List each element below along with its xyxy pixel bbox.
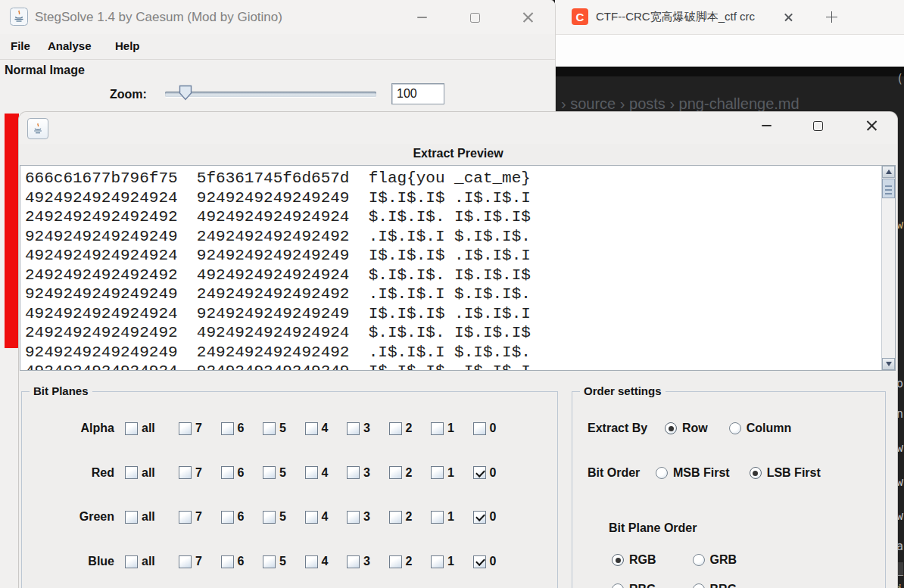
checkbox-red-5[interactable] — [263, 466, 276, 479]
dialog-java-icon-button[interactable] — [27, 118, 48, 139]
checkbox-blue-all[interactable] — [125, 555, 138, 568]
radio-bit-plane-order-rbg[interactable] — [612, 583, 624, 588]
dialog-maximize-button[interactable] — [802, 114, 834, 138]
checkbox-blue-1[interactable] — [431, 555, 444, 568]
radio-bit-order-msb-first[interactable] — [656, 467, 668, 479]
radio-bit-plane-order-grb[interactable] — [693, 554, 705, 566]
checkbox-green-0[interactable] — [473, 511, 486, 524]
dialog-close-button[interactable] — [856, 114, 887, 138]
checkbox-label: 7 — [195, 510, 202, 524]
checkbox-blue-5[interactable] — [263, 555, 276, 568]
checkbox-label: 5 — [279, 555, 286, 568]
checkbox-red-2[interactable] — [389, 466, 402, 479]
checkbox-green-1[interactable] — [431, 511, 444, 524]
checkbox-blue-3[interactable] — [347, 555, 360, 568]
close-button[interactable] — [512, 5, 544, 30]
checkbox-alpha-1[interactable] — [431, 422, 444, 435]
checkbox-red-6[interactable] — [221, 466, 234, 479]
menu-help[interactable]: Help — [115, 34, 140, 58]
checkbox-red-1[interactable] — [431, 466, 444, 479]
browser-tab[interactable]: CTF--CRC宽高爆破脚本_ctf crc — [596, 10, 785, 25]
bitplane-item: 0 — [473, 466, 516, 480]
hexdump-line: 9249249249249249 2492492492492492 .I$.I$… — [25, 343, 880, 362]
tab-close-button[interactable] — [784, 11, 796, 23]
hexdump-line: 9249249249249249 2492492492492492 .I$.I$… — [25, 285, 880, 304]
radio-bit-order-lsb-first[interactable] — [750, 467, 762, 479]
checkbox-alpha-7[interactable] — [179, 422, 192, 435]
bitplane-item: 7 — [179, 510, 221, 524]
checkbox-alpha-4[interactable] — [305, 422, 318, 435]
minimize-button[interactable] — [406, 5, 438, 30]
checkbox-blue-2[interactable] — [389, 555, 402, 568]
bitplane-item: all — [125, 422, 179, 435]
zoom-slider-thumb[interactable] — [179, 85, 192, 101]
radio-item: MSB First — [656, 466, 730, 480]
loaded-image-preview — [5, 114, 19, 348]
extract-preview-dialog: Extract Preview 666c61677b796f75 5f63617… — [19, 112, 897, 588]
checkbox-green-3[interactable] — [347, 511, 360, 524]
checkbox-red-all[interactable] — [125, 466, 138, 479]
zoom-value-input[interactable] — [391, 83, 444, 104]
checkbox-alpha-0[interactable] — [473, 422, 486, 435]
bitplane-item: 3 — [347, 466, 389, 480]
checkbox-red-7[interactable] — [179, 466, 192, 479]
radio-item: Column — [729, 422, 792, 435]
hexdump-line: 2492492492492492 4924924924924924 $.I$.I… — [25, 207, 880, 227]
checkbox-blue-0[interactable] — [473, 555, 486, 568]
checkbox-label: 7 — [195, 422, 202, 435]
checkbox-alpha-2[interactable] — [389, 422, 402, 435]
checkbox-label: 3 — [363, 555, 370, 568]
page-text-fragment: n — [896, 407, 903, 421]
checkbox-green-6[interactable] — [221, 511, 234, 524]
menu-analyse[interactable]: Analyse — [48, 34, 92, 58]
window-title: StegSolve 1.4 by Caesum (Mod by Giotino) — [35, 0, 282, 34]
checkbox-green-4[interactable] — [305, 511, 318, 524]
maximize-button[interactable] — [459, 5, 491, 30]
bitplane-channel-label: Blue — [22, 555, 114, 568]
checkbox-label: 6 — [238, 422, 245, 435]
checkbox-alpha-3[interactable] — [347, 422, 360, 435]
menu-bar: File Analyse Help — [0, 34, 555, 60]
radio-extract-by-row[interactable] — [665, 422, 677, 434]
bitplane-item: 4 — [305, 510, 348, 524]
checkbox-green-5[interactable] — [263, 511, 276, 524]
maximize-icon — [470, 13, 480, 23]
vertical-scrollbar[interactable] — [881, 166, 895, 370]
checkbox-label: 3 — [363, 422, 370, 435]
checkbox-red-0[interactable] — [473, 466, 486, 479]
checkbox-green-7[interactable] — [179, 511, 192, 524]
zoom-slider[interactable] — [165, 92, 376, 97]
extract-preview-text-area[interactable]: 666c61677b796f75 5f6361745f6d657d flag{y… — [20, 165, 896, 371]
bitplane-item: 5 — [263, 466, 305, 480]
scroll-down-button[interactable] — [882, 358, 895, 370]
image-mode-label: Normal Image — [5, 64, 85, 77]
checkbox-red-4[interactable] — [305, 466, 318, 479]
checkbox-red-3[interactable] — [347, 466, 360, 479]
bitplane-item: 0 — [473, 510, 516, 524]
checkbox-alpha-6[interactable] — [221, 422, 234, 435]
checkbox-blue-6[interactable] — [221, 555, 234, 568]
bitplane-item: 7 — [179, 466, 221, 480]
bitplane-channel-label: Red — [22, 466, 114, 480]
plus-icon — [826, 11, 837, 23]
screen: C CTF--CRC宽高爆破脚本_ctf crc › source › post… — [0, 0, 904, 588]
checkbox-label: 7 — [195, 555, 202, 568]
hexdump-line: 4924924924924924 9249249249249249 I$.I$.… — [25, 188, 880, 208]
radio-extract-by-column[interactable] — [729, 422, 741, 434]
scrollbar-thumb[interactable] — [882, 179, 895, 198]
checkbox-label: all — [142, 422, 155, 435]
radio-bit-plane-order-rgb[interactable] — [612, 554, 624, 566]
checkbox-label: 7 — [195, 466, 202, 480]
checkbox-green-all[interactable] — [125, 511, 138, 524]
checkbox-alpha-all[interactable] — [125, 422, 138, 435]
radio-bit-plane-order-brg[interactable] — [693, 583, 705, 588]
checkbox-green-2[interactable] — [389, 511, 402, 524]
new-tab-button[interactable] — [826, 11, 838, 23]
checkbox-blue-4[interactable] — [305, 555, 318, 568]
scroll-up-button[interactable] — [882, 166, 895, 178]
dialog-minimize-button[interactable] — [750, 114, 782, 138]
checkbox-label: 0 — [490, 466, 497, 480]
checkbox-blue-7[interactable] — [179, 555, 192, 568]
checkbox-alpha-5[interactable] — [263, 422, 276, 435]
menu-file[interactable]: File — [11, 34, 30, 58]
